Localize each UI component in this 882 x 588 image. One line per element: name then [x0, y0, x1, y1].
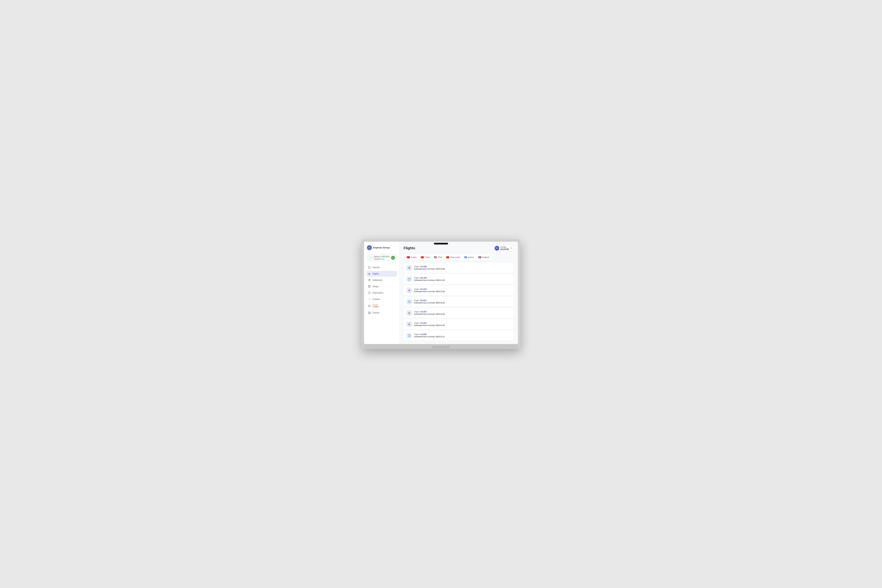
flight-info-3: Flight: UK-694 Estimated time of arrival… — [414, 288, 445, 292]
turkey-flag: 🇹🇷 — [407, 256, 410, 259]
flight-icon-3 — [406, 288, 412, 293]
addresses-label: Addresses — [372, 279, 382, 281]
filter-tab-china-land[interactable]: 🇨🇳 China Land — [444, 255, 462, 260]
flight-card-ch691[interactable]: Flight: CH-691 Estimated time of arrival… — [404, 320, 514, 329]
app-layout: ✈ Express Group 📄 Ballance: 480,06 ₺ Pay… — [364, 242, 518, 344]
flight-card-us692[interactable]: Flight: US-692 Estimated time of arrival… — [404, 308, 514, 318]
sidebar-item-flights[interactable]: Flights — [366, 271, 397, 277]
svg-point-1 — [369, 280, 370, 280]
filter-tabs: 🇹🇷 Turkey 🇨🇳 China 🇺🇸 USA 🇨🇳 China Land — [404, 254, 492, 260]
flight-card-ln690[interactable]: Flight: LN-690 Estimated time of arrival… — [404, 331, 514, 340]
page-title: Flights — [404, 246, 415, 250]
sidebar-logo: ✈ Express Group — [366, 245, 397, 250]
addresses-icon — [368, 279, 371, 282]
flight-number-3: Flight: UK-694 — [414, 288, 445, 290]
svg-rect-6 — [368, 305, 370, 307]
flight-icon-5 — [406, 310, 412, 316]
parcels-icon — [368, 266, 371, 269]
flight-card-ch696[interactable]: Flight: CH-696 Estimated time of arrival… — [404, 263, 514, 273]
flight-info-1: Flight: CH-696 Estimated time of arrival… — [414, 266, 445, 270]
instructions-label: Instructions — [372, 292, 383, 294]
flight-info-2: Flight: GR-695 Estimated time of arrival… — [414, 277, 445, 281]
contact-icon — [368, 298, 371, 301]
flight-icon-6 — [406, 321, 412, 327]
flight-info-4: Flight: TB-693 Estimated time of arrival… — [414, 299, 445, 304]
logo-icon: ✈ — [367, 245, 372, 250]
shops-label: Shops — [372, 285, 378, 288]
courier-icon — [368, 311, 371, 314]
svg-rect-13 — [408, 335, 410, 336]
main-content: Flights EG jonnfgn EG14795 ▼ 🇹🇷 Tur — [399, 242, 518, 344]
balance-amount: 480,06 ₺ — [382, 255, 390, 258]
flight-eta-5: Estimated time of arrival: 2024-11-02 — [414, 313, 445, 315]
turkey-label: Turkey — [411, 256, 417, 258]
flight-eta-6: Estimated time of arrival: 2024-11-02 — [414, 324, 445, 326]
flight-eta-2: Estimated time of arrival: 2024-11-04 — [414, 279, 445, 281]
greece-label: greece — [468, 256, 474, 258]
filter-tab-greece[interactable]: 🇬🇷 greece — [462, 255, 476, 260]
flights-icon — [368, 272, 371, 275]
svg-rect-11 — [408, 278, 410, 280]
china-land-flag: 🇨🇳 — [446, 256, 449, 259]
flight-number-4: Flight: TB-693 — [414, 299, 445, 302]
flight-eta-3: Estimated time of arrival: 2024-11-04 — [414, 291, 445, 292]
codes-icon — [368, 304, 371, 308]
england-flag: 🇬🇧 — [478, 256, 481, 259]
svg-marker-8 — [370, 312, 370, 314]
add-balance-button[interactable]: + — [391, 256, 395, 260]
flight-card-uk694[interactable]: Flight: UK-694 Estimated time of arrival… — [404, 285, 514, 296]
balance-info: Ballance: 480,06 ₺ Payable: 0 ₺ › — [374, 255, 390, 260]
filter-tab-usa[interactable]: 🇺🇸 USA — [432, 255, 444, 260]
instructions-icon — [368, 291, 371, 294]
trackpad — [432, 346, 450, 348]
flights-list: Flight: CH-696 Estimated time of arrival… — [404, 263, 514, 340]
flight-info-6: Flight: CH-691 Estimated time of arrival… — [414, 322, 445, 326]
codes-label: Codes — [372, 306, 379, 308]
balance-icon: 📄 — [368, 256, 372, 260]
svg-rect-12 — [408, 301, 410, 303]
flight-eta-1: Estimated time of arrival: 2024-10-28 — [414, 268, 445, 270]
sidebar-item-parcels[interactable]: Parcels — [366, 265, 397, 270]
flight-icon-7 — [406, 333, 412, 338]
laptop-wrapper: ✈ Express Group 📄 Ballance: 480,06 ₺ Pay… — [362, 239, 520, 349]
flight-info-5: Flight: US-692 Estimated time of arrival… — [414, 310, 445, 315]
flight-number-2: Flight: GR-695 — [414, 277, 445, 279]
balance-payable: Payable: 0 ₺ › — [374, 258, 390, 260]
parcels-label: Parcels — [372, 266, 380, 268]
filter-tab-england[interactable]: 🇬🇧 England — [477, 255, 491, 260]
svg-rect-0 — [368, 267, 370, 268]
greece-flag: 🇬🇷 — [464, 256, 467, 259]
sidebar-item-addresses[interactable]: Addresses — [366, 278, 397, 283]
filter-tab-turkey[interactable]: 🇹🇷 Turkey — [405, 255, 418, 260]
user-id: EG14795 — [501, 248, 509, 250]
china-land-label: China Land — [450, 256, 460, 258]
flight-number-6: Flight: CH-691 — [414, 322, 445, 324]
flight-icon-4 — [406, 299, 412, 304]
sidebar-item-contact[interactable]: Contact — [366, 296, 397, 302]
courier-label: Courier — [372, 312, 380, 314]
flight-card-tb693[interactable]: Flight: TB-693 Estimated time of arrival… — [404, 297, 514, 307]
flight-eta-4: Estimated time of arrival: 2024-10-25 — [414, 302, 445, 304]
main-header: Flights EG jonnfgn EG14795 ▼ — [404, 245, 514, 251]
shops-icon — [368, 285, 371, 288]
sidebar-item-shops[interactable]: Shops — [366, 284, 397, 290]
app-name: Express Group — [373, 246, 390, 249]
laptop-screen: ✈ Express Group 📄 Ballance: 480,06 ₺ Pay… — [364, 242, 518, 344]
flight-card-gr695[interactable]: Flight: GR-695 Estimated time of arrival… — [404, 274, 514, 284]
user-badge[interactable]: EG jonnfgn EG14795 ▼ — [494, 245, 514, 251]
flight-number-1: Flight: CH-696 — [414, 266, 445, 268]
svg-rect-7 — [368, 312, 370, 314]
sidebar: ✈ Express Group 📄 Ballance: 480,06 ₺ Pay… — [364, 242, 399, 344]
usa-label: USA — [438, 256, 442, 258]
chevron-down-icon: ▼ — [510, 247, 512, 249]
china-label: China — [424, 256, 430, 258]
contact-label: Contact — [372, 298, 380, 300]
sidebar-item-instructions[interactable]: Instructions — [366, 290, 397, 296]
flight-number-5: Flight: US-692 — [414, 310, 445, 313]
svg-point-10 — [370, 314, 370, 314]
sidebar-item-codes[interactable]: trendyol Codes — [366, 303, 397, 309]
flight-icon-2 — [406, 276, 412, 282]
filter-tab-china[interactable]: 🇨🇳 China — [419, 255, 432, 260]
sidebar-item-courier[interactable]: Courier — [366, 310, 397, 316]
balance-label: Ballance: 480,06 ₺ — [374, 255, 390, 258]
